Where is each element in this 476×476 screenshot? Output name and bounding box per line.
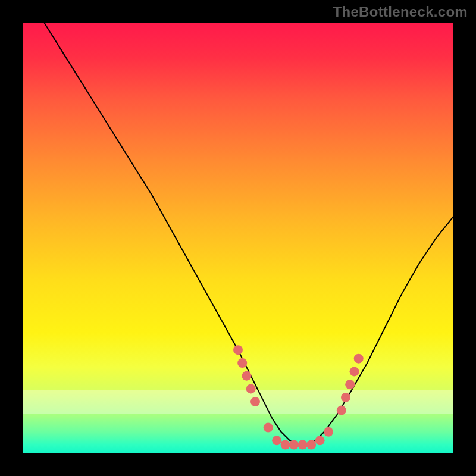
watermark-text: TheBottleneck.com bbox=[333, 4, 468, 20]
data-marker bbox=[337, 406, 346, 415]
data-marker bbox=[306, 440, 316, 450]
plot-area bbox=[23, 23, 453, 453]
data-marker bbox=[298, 440, 308, 450]
data-marker bbox=[250, 397, 260, 406]
data-marker bbox=[350, 367, 359, 376]
data-marker bbox=[242, 371, 252, 381]
data-marker bbox=[264, 423, 273, 433]
data-marker bbox=[272, 436, 281, 445]
data-marker bbox=[354, 354, 364, 364]
markers-group bbox=[233, 345, 364, 449]
data-marker bbox=[315, 436, 325, 445]
data-marker bbox=[233, 345, 243, 355]
data-marker bbox=[281, 440, 290, 450]
data-marker bbox=[289, 440, 299, 450]
data-marker bbox=[237, 358, 247, 368]
curve-svg bbox=[23, 23, 453, 453]
data-marker bbox=[341, 393, 350, 402]
chart-stage: TheBottleneck.com bbox=[0, 0, 476, 476]
data-marker bbox=[246, 384, 256, 393]
bottleneck-curve bbox=[44, 23, 453, 445]
data-marker bbox=[345, 380, 355, 389]
data-marker bbox=[324, 427, 333, 437]
